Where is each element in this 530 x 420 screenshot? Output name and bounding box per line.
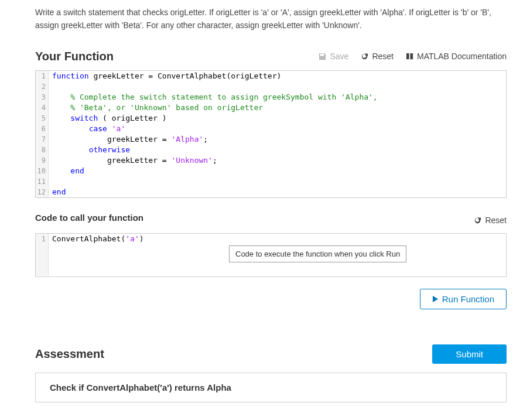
function-code-editor[interactable]: 1function greekLetter = ConvertAlphabet(… (35, 70, 507, 198)
tooltip: Code to execute the function when you cl… (229, 245, 406, 262)
assessment-item: Check if ConvertAlphabet('a') returns Al… (35, 373, 507, 402)
run-function-button[interactable]: Run Function (420, 289, 507, 309)
call-reset-label: Reset (485, 216, 507, 225)
matlab-docs-link[interactable]: MATLAB Documentation (405, 52, 507, 61)
save-button[interactable]: Save (318, 52, 348, 61)
reset-button[interactable]: Reset (360, 52, 394, 61)
code-line-content: case 'a' (49, 124, 125, 134)
line-number: 12 (36, 187, 49, 197)
call-reset-button[interactable]: Reset (473, 216, 507, 225)
save-icon (318, 52, 327, 61)
book-icon (405, 52, 414, 61)
code-line-content (49, 81, 57, 92)
code-line-content: greekLetter = 'Alpha'; (49, 134, 208, 145)
line-number: 9 (36, 155, 49, 166)
line-number: 6 (36, 124, 49, 134)
call-code-editor[interactable]: 1 ConvertAlphabet('a') Code to execute t… (35, 233, 507, 277)
code-line-content: % 'Beta', or 'Unknown' based on origLett… (49, 103, 263, 113)
line-number: 8 (36, 145, 49, 155)
code-line-content: otherwise (49, 145, 130, 155)
code-line-content: function greekLetter = ConvertAlphabet(o… (49, 71, 281, 81)
line-number: 2 (36, 81, 49, 92)
reset-label: Reset (372, 52, 394, 61)
line-number: 10 (36, 166, 49, 176)
code-line-content: greekLetter = 'Unknown'; (49, 155, 217, 166)
submit-button[interactable]: Submit (432, 344, 507, 364)
assessment-heading: Assessment (35, 347, 104, 361)
call-code-text: ConvertAlphabet('a') (49, 234, 144, 244)
line-number: 1 (36, 234, 49, 244)
run-label: Run Function (442, 294, 494, 304)
code-line-content: end (49, 166, 84, 176)
code-line-content: switch ( origLetter ) (49, 113, 167, 124)
editor-toolbar: Save Reset MATLAB Documentation (318, 52, 507, 61)
reset-icon (360, 52, 369, 61)
call-function-heading: Code to call your function (35, 213, 143, 223)
line-number: 5 (36, 113, 49, 124)
problem-instructions: Write a switch statement that checks ori… (35, 6, 507, 32)
line-number: 3 (36, 92, 49, 103)
code-line-content: end (49, 187, 66, 197)
play-icon (432, 295, 439, 303)
line-number: 7 (36, 134, 49, 145)
line-number: 11 (36, 176, 49, 187)
assessment-check-title: Check if ConvertAlphabet('a') returns Al… (50, 383, 492, 392)
reset-icon (473, 216, 482, 225)
code-line-content (49, 176, 57, 187)
your-function-heading: Your Function (35, 50, 114, 63)
line-number: 1 (36, 71, 49, 81)
code-line-content: % Complete the switch statement to assig… (49, 92, 378, 103)
save-label: Save (330, 52, 348, 61)
line-number: 4 (36, 103, 49, 113)
docs-label: MATLAB Documentation (417, 52, 507, 61)
